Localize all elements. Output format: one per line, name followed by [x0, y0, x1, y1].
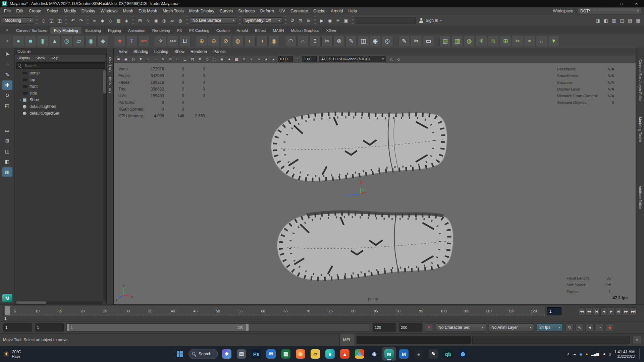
shelf-tab[interactable]: FX Caching [186, 27, 213, 34]
layout-single-pane-icon[interactable]: ▭ [2, 126, 12, 135]
tab-channel-box[interactable]: Channel Box / Layer Editor [638, 59, 642, 102]
taskbar-app-file-explorer[interactable]: ▱ [309, 347, 322, 361]
shelf-options-icon[interactable]: ✳ [1, 34, 13, 48]
anim-layer-dropdown[interactable]: No Anim Layer▾ [489, 323, 534, 331]
expand-icon[interactable]: + [18, 98, 23, 102]
menu-item[interactable]: Windows [98, 7, 120, 15]
shelf-sculpt-tool-icon[interactable]: ✧ [155, 36, 166, 47]
menu-item[interactable]: File [1, 7, 13, 15]
shelf-tab[interactable]: Rigging [105, 27, 125, 34]
taskbar-app-maya[interactable]: M [382, 347, 396, 361]
grease-pencil-icon[interactable]: ✎ [159, 56, 166, 62]
shelf-eraser-icon[interactable]: ▭ [423, 36, 434, 47]
camera-attributes-icon[interactable]: ◎ [130, 56, 137, 62]
outliner-vertical-scrollbar[interactable] [103, 69, 106, 300]
toolbar-grip[interactable] [87, 16, 89, 24]
go-to-start-button[interactable]: |◀◀ [578, 307, 585, 315]
shelf-tab[interactable]: Curves / Surfaces [13, 27, 50, 34]
taskbar-app-maya-blue[interactable]: M [397, 347, 411, 361]
menu-set-dropdown[interactable]: Modeling▾ [2, 17, 34, 24]
playhead[interactable] [5, 306, 10, 316]
shelf-boolean-union-icon[interactable]: ◍ [232, 36, 244, 47]
playback-range-bar[interactable] [67, 324, 249, 331]
shelf-boolean-difference-icon[interactable]: ◐ [244, 36, 256, 47]
layout-two-pane-icon[interactable]: ◫ [2, 146, 12, 156]
field-chart-icon[interactable]: # [196, 56, 203, 62]
shelf-tab[interactable]: Custom [213, 27, 233, 34]
bookmark-icon[interactable]: ▼ [425, 323, 433, 331]
outliner-item[interactable]: + Shoe [15, 97, 106, 103]
menu-item[interactable]: Mesh Tools [160, 7, 186, 15]
toggle-tool-settings-icon[interactable]: ◧ [602, 17, 610, 24]
render-icon[interactable]: ▶ [318, 17, 326, 24]
shelf-tab[interactable]: Animation [125, 27, 149, 34]
taskbar-app-photoshop[interactable]: Ps [250, 347, 263, 361]
resolution-gate-icon[interactable]: ◻ [181, 56, 189, 62]
mute-audio-icon[interactable]: ◄ [586, 323, 594, 331]
shelf-uv-cylindrical-icon[interactable]: ▥ [451, 36, 463, 47]
taskbar-app-keyshot[interactable]: ◍ [456, 347, 470, 361]
toolbar-grip[interactable] [352, 16, 354, 24]
tab-uv-toolkit[interactable]: UV Toolkit [108, 77, 112, 93]
taskbar-app-excel[interactable]: ▦ [279, 347, 292, 361]
menu-item[interactable]: Mesh [120, 7, 136, 15]
weather-widget[interactable]: ☀ 20°C Haze [3, 346, 21, 362]
tray-volume-icon[interactable]: ◄ [602, 352, 606, 356]
outliner-title[interactable]: Outliner [15, 48, 106, 55]
shelf-poly-cone-icon[interactable]: ▲ [49, 36, 60, 47]
taskbar-search[interactable]: Search [189, 349, 218, 359]
menu-item[interactable]: Curves [217, 7, 236, 15]
exposure-field[interactable]: 0.00 [278, 56, 293, 62]
select-camera-icon[interactable]: ▣ [115, 56, 122, 62]
viewport-menu-item[interactable]: Show [171, 49, 187, 54]
shelf-uv-pin-icon[interactable]: ▼ [548, 36, 559, 47]
outliner-item[interactable]: top [15, 76, 106, 83]
menu-item[interactable]: Modify [61, 7, 79, 15]
outliner-search-input[interactable] [16, 62, 105, 69]
toggle-workspace-icon[interactable]: ▦ [634, 17, 642, 24]
shelf-tab[interactable]: Rendering [149, 27, 174, 34]
shelf-uv-contour-icon[interactable]: ≋ [488, 36, 499, 47]
animation-start-field[interactable]: 1 [3, 323, 32, 331]
tray-antivirus-icon[interactable]: ◉ [579, 352, 583, 356]
shelf-tab[interactable]: Bifrost [252, 27, 270, 34]
isolate-select-icon[interactable]: △ [388, 56, 395, 62]
shelf-tab[interactable]: Motion Graphics [288, 27, 323, 34]
gamma-icon[interactable]: ◓ [294, 56, 301, 62]
toolbar-grip[interactable] [65, 16, 67, 24]
xray-icon[interactable]: ◇ [395, 56, 402, 62]
lasso-tool-icon[interactable]: ◌ [2, 60, 12, 69]
inputs-icon[interactable]: ⊡ [297, 17, 304, 24]
shoe-sole-bottom[interactable] [276, 210, 454, 281]
shelf-tab[interactable]: Poly Modeling [50, 27, 82, 34]
gamma-field[interactable]: 1.00 [302, 56, 317, 62]
shelf-snap-together-icon[interactable]: ⊔ [179, 36, 191, 47]
tray-update-icon[interactable]: ● [586, 352, 588, 356]
film-gate-icon[interactable]: ▭ [174, 56, 181, 62]
menu-item[interactable]: Edit Mesh [136, 7, 160, 15]
shelf-uv-automatic-icon[interactable]: ✳ [476, 36, 487, 47]
close-button[interactable]: ✕ [629, 0, 644, 7]
shelf-poly-cylinder-icon[interactable]: ▮ [37, 36, 48, 47]
menu-item[interactable]: Edit [13, 7, 26, 15]
viewport-menu-item[interactable]: Shading [130, 49, 151, 54]
range-slider-track[interactable]: 1 120 [66, 323, 370, 331]
shelf-coordinates-icon[interactable]: 0,0,0 [167, 36, 178, 47]
shelf-uv-planar-icon[interactable]: ▤ [439, 36, 451, 47]
shadows-icon[interactable]: ◐ [248, 56, 255, 62]
wireframe-icon[interactable]: ◈ [218, 56, 225, 62]
show-desktop-button[interactable] [639, 348, 641, 360]
shelf-type-tool-icon[interactable]: T [126, 36, 138, 47]
outliner-item[interactable]: side [15, 90, 106, 97]
shelf-poly-plane-icon[interactable]: ▱ [73, 36, 85, 47]
shelf-tab[interactable]: Sculpting [82, 27, 105, 34]
shelf-poly-sphere-icon[interactable]: ● [13, 36, 24, 47]
image-plane-icon[interactable]: ▱ [145, 56, 152, 62]
taskbar-app-obs[interactable]: ● [412, 347, 425, 361]
shelf-extrude-icon[interactable]: ↥ [309, 36, 321, 47]
grid-icon[interactable]: ⊞ [167, 56, 174, 62]
taskbar-app-settings[interactable]: ▤ [235, 347, 248, 361]
outliner-item[interactable]: defaultObjectSet [15, 110, 106, 117]
shelf-target-weld-icon[interactable]: ⊚ [333, 36, 345, 47]
highlight-selection-icon[interactable]: ◈ [123, 17, 130, 24]
